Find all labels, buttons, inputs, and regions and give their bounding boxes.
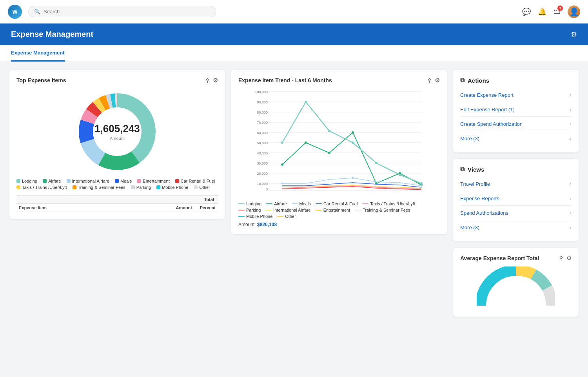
avatar[interactable]: 👤 [568, 5, 580, 18]
chart-legend-item: Entertainment [316, 208, 350, 212]
svg-text:40,000: 40,000 [257, 151, 268, 155]
legend-item: Meals [115, 179, 132, 183]
views-copy-icon: ⧉ [460, 166, 465, 173]
settings-icon[interactable]: ⚙ [571, 30, 577, 39]
col-total-label: Total [204, 197, 216, 202]
view-item[interactable]: Spend Authorizations› [460, 206, 572, 220]
views-card: ⧉ Views Travel Profile›Expense Reports›S… [453, 159, 579, 241]
svg-point-50 [352, 141, 354, 144]
action-item[interactable]: Create Expense Report› [460, 88, 572, 102]
chart-legend-item: Mobile Phone [238, 214, 272, 219]
expense-trend-card: Expense Item Trend - Last 6 Months ⚴ ⚙ 1… [231, 70, 447, 234]
table-subheader: Expense Item Amount Percent [16, 204, 218, 212]
action-label: More (3) [460, 136, 479, 141]
svg-text:90,000: 90,000 [257, 100, 268, 104]
action-item[interactable]: Create Spend Authorization› [460, 117, 572, 131]
inbox-badge: 3 [557, 5, 563, 11]
chart-legend-item: Taxis / Trains /Uber/Lyft [362, 201, 415, 206]
tab-bar: Expense Management [0, 45, 588, 62]
legend-item: Car Rental & Fuel [175, 179, 215, 183]
chart-legend-item: Lodging [238, 201, 261, 206]
avg-header: Average Expense Report Total ⚴ ⚙ [460, 255, 572, 262]
chevron-icon: › [570, 181, 572, 187]
legend-item: Training & Seminar Fees [73, 185, 125, 190]
action-item[interactable]: Edit Expense Report (1)› [460, 102, 572, 117]
actions-card: ⧉ Actions Create Expense Report›Edit Exp… [453, 70, 579, 152]
legend-item: Entertainment [137, 179, 169, 183]
notification-icon[interactable]: 🔔 [538, 7, 546, 16]
chevron-icon: › [570, 92, 572, 98]
trend-gear-icon[interactable]: ⚙ [435, 77, 440, 84]
chevron-icon: › [570, 135, 572, 141]
svg-text:2021-Q1: 2021-Q1 [364, 194, 377, 194]
donut-legend: LodgingAirfareInternational AirfareMeals… [16, 179, 218, 190]
view-item[interactable]: Travel Profile› [460, 177, 572, 191]
svg-text:70,000: 70,000 [257, 121, 268, 125]
svg-point-55 [352, 177, 354, 179]
legend-item: Taxis / Trains /Uber/Lyft [16, 185, 67, 190]
avg-expense-card: Average Expense Report Total ⚴ ⚙ [453, 248, 579, 317]
workday-logo[interactable]: W [8, 5, 22, 19]
inbox-icon[interactable]: 🗃 3 [554, 7, 561, 16]
nav-icons: 💬 🔔 🗃 3 👤 [522, 5, 580, 18]
actions-list: Create Expense Report›Edit Expense Repor… [460, 88, 572, 145]
legend-item: Parking [131, 185, 151, 190]
view-label: More (3) [460, 225, 479, 230]
svg-text:50,000: 50,000 [257, 141, 268, 145]
avg-gear-icon[interactable]: ⚙ [566, 255, 572, 262]
svg-text:100,000: 100,000 [255, 90, 268, 94]
top-nav: W 🔍 💬 🔔 🗃 3 👤 [0, 0, 588, 24]
search-input[interactable] [44, 9, 211, 14]
action-label: Create Spend Authorization [460, 121, 523, 127]
svg-text:2021-Q2: 2021-Q2 [387, 194, 400, 194]
trend-icons: ⚴ ⚙ [427, 77, 440, 84]
amount-value: $826,108 [257, 222, 277, 227]
action-item[interactable]: More (3)› [460, 131, 572, 145]
view-label: Spend Authorizations [460, 210, 508, 216]
chevron-icon: › [570, 210, 572, 216]
trend-title: Expense Item Trend - Last 6 Months [238, 77, 332, 83]
svg-text:10,000: 10,000 [257, 182, 268, 186]
top-expense-header: Top Expense Items ⚴ ⚙ [16, 77, 218, 84]
svg-point-48 [305, 101, 307, 103]
chart-legend-item: Parking [238, 208, 261, 212]
svg-point-49 [328, 130, 330, 132]
legend-item: Mobile Phone [156, 185, 188, 190]
avg-title: Average Expense Report Total [460, 255, 539, 261]
chat-icon[interactable]: 💬 [522, 7, 531, 16]
chart-legend-item: Other [277, 214, 296, 219]
svg-text:0: 0 [266, 187, 268, 191]
view-item[interactable]: Expense Reports› [460, 191, 572, 206]
svg-point-47 [281, 141, 283, 144]
chevron-icon: › [570, 195, 572, 201]
donut-label: Amount [94, 136, 140, 141]
views-section-title: ⧉ Views [460, 166, 572, 173]
search-bar[interactable]: 🔍 [28, 6, 216, 17]
avg-filter-icon[interactable]: ⚴ [559, 255, 563, 262]
legend-item: Other [194, 185, 210, 190]
svg-text:80,000: 80,000 [257, 111, 268, 114]
svg-text:60,000: 60,000 [257, 131, 268, 135]
tab-expense-management[interactable]: Expense Management [11, 45, 65, 62]
svg-point-56 [421, 185, 423, 187]
chevron-icon: › [570, 121, 572, 127]
svg-text:2020-Q4: 2020-Q4 [340, 194, 353, 194]
svg-text:30,000: 30,000 [257, 161, 268, 165]
top-expense-filter-icon[interactable]: ⚴ [205, 77, 210, 84]
svg-text:20,000: 20,000 [257, 172, 268, 176]
trend-filter-icon[interactable]: ⚴ [427, 77, 432, 84]
donut-center: 1,605,243 Amount [94, 123, 140, 140]
top-expense-gear-icon[interactable]: ⚙ [213, 77, 218, 84]
view-label: Travel Profile [460, 181, 490, 187]
actions-copy-icon: ⧉ [460, 77, 465, 84]
chart-legend: LodgingAirfareMealsCar Rental & FuelTaxi… [238, 201, 440, 219]
svg-point-54 [281, 183, 283, 185]
trend-header: Expense Item Trend - Last 6 Months ⚴ ⚙ [238, 77, 440, 84]
view-item[interactable]: More (3)› [460, 220, 572, 234]
right-panel: ⧉ Actions Create Expense Report›Edit Exp… [453, 70, 579, 317]
top-expense-icons: ⚴ ⚙ [205, 77, 218, 84]
line-chart-area: 100,000 90,000 80,000 70,000 60,000 50,0… [238, 89, 440, 198]
top-expense-card: Top Expense Items ⚴ ⚙ [9, 70, 225, 219]
expense-table: Total Expense Item Amount Percent [16, 195, 218, 212]
line-chart-svg: 100,000 90,000 80,000 70,000 60,000 50,0… [238, 89, 440, 194]
